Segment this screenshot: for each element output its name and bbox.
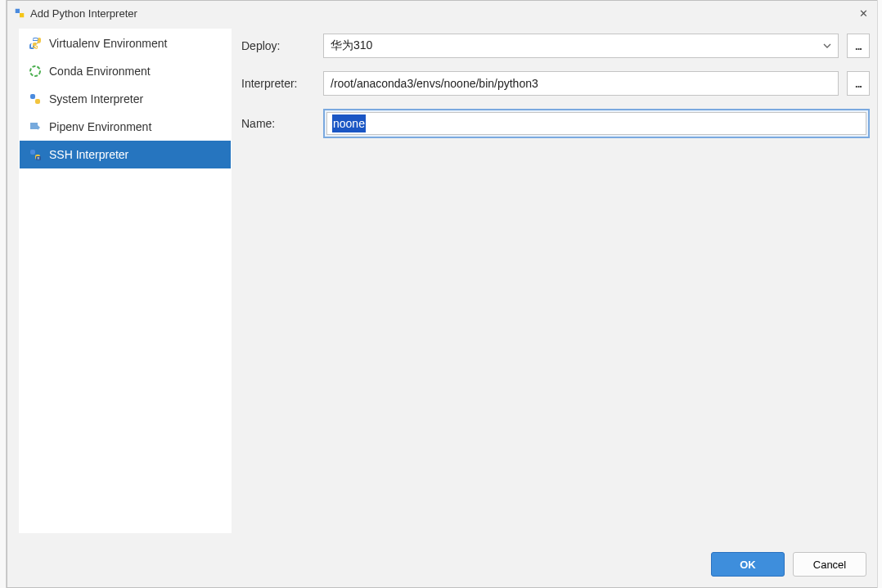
name-label: Name: xyxy=(241,117,315,130)
dialog-footer: OK Cancel xyxy=(7,541,881,587)
interpreter-field[interactable]: /root/anaconda3/envs/noone/bin/python3 xyxy=(323,71,839,96)
sidebar-item-virtualenv[interactable]: Virtualenv Environment xyxy=(20,29,231,57)
interpreter-type-sidebar: Virtualenv Environment Conda Environment… xyxy=(19,29,232,533)
ok-button[interactable]: OK xyxy=(711,552,785,577)
window-title: Add Python Interpreter xyxy=(30,7,852,20)
titlebar: Add Python Interpreter ✕ xyxy=(7,1,881,25)
svg-rect-6 xyxy=(30,150,35,155)
close-icon: ✕ xyxy=(859,7,868,20)
sidebar-item-label: SSH Interpreter xyxy=(49,148,128,161)
sidebar-item-label: Pipenv Environment xyxy=(49,120,151,133)
sidebar-item-pipenv[interactable]: Pipenv Environment xyxy=(20,113,231,141)
deploy-combo[interactable]: 华为310 xyxy=(323,34,839,58)
deploy-browse-button[interactable]: ... xyxy=(847,34,870,58)
dialog-body: Virtualenv Environment Conda Environment… xyxy=(7,25,881,541)
sidebar-item-label: Virtualenv Environment xyxy=(49,37,167,50)
name-input[interactable]: noone xyxy=(326,112,866,135)
interpreter-label: Interpreter: xyxy=(241,77,315,90)
interpreter-browse-button[interactable]: ... xyxy=(847,71,870,96)
chevron-down-icon xyxy=(823,39,831,52)
svg-point-2 xyxy=(33,38,34,39)
sidebar-item-label: Conda Environment xyxy=(49,65,151,78)
svg-rect-5 xyxy=(35,99,40,104)
svg-rect-4 xyxy=(30,94,35,99)
sidebar-item-system[interactable]: System Interpreter xyxy=(20,85,231,113)
python-icon xyxy=(28,36,43,51)
svg-point-3 xyxy=(30,66,40,76)
name-row: Name: noone xyxy=(241,109,870,138)
add-interpreter-dialog: Add Python Interpreter ✕ Virtualenv Envi… xyxy=(7,0,882,588)
close-button[interactable]: ✕ xyxy=(852,4,875,22)
svg-rect-1 xyxy=(20,13,24,17)
python-ssh-icon: R xyxy=(28,147,43,162)
app-icon xyxy=(14,7,25,19)
cancel-button[interactable]: Cancel xyxy=(793,552,866,577)
deploy-label: Deploy: xyxy=(241,39,315,52)
sidebar-item-label: System Interpreter xyxy=(49,92,143,105)
deploy-row: Deploy: 华为310 ... xyxy=(241,34,870,58)
interpreter-row: Interpreter: /root/anaconda3/envs/noone/… xyxy=(241,71,870,96)
deploy-value: 华为310 xyxy=(331,38,372,53)
form-area: Deploy: 华为310 ... Interpreter: /root/ana… xyxy=(241,29,870,541)
python-icon xyxy=(28,92,43,106)
interpreter-value: /root/anaconda3/envs/noone/bin/python3 xyxy=(331,77,538,90)
ellipsis-icon: ... xyxy=(855,78,862,90)
name-field-focus-ring: noone xyxy=(323,109,870,138)
svg-text:R: R xyxy=(38,156,40,160)
sidebar-item-conda[interactable]: Conda Environment xyxy=(20,57,231,85)
left-background-strip xyxy=(0,0,7,588)
ellipsis-icon: ... xyxy=(855,40,862,52)
name-value-selected: noone xyxy=(332,114,366,132)
right-background-strip xyxy=(877,0,882,588)
conda-icon xyxy=(28,64,43,79)
sidebar-item-ssh[interactable]: R SSH Interpreter xyxy=(20,141,231,168)
pipenv-icon xyxy=(28,119,43,134)
svg-rect-0 xyxy=(16,9,20,13)
